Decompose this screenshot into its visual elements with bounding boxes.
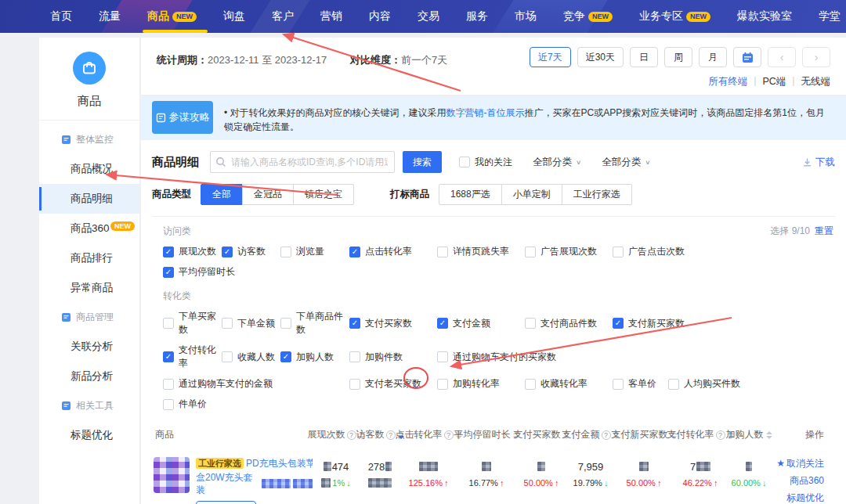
metric-checkbox[interactable]: 广告点击次数 xyxy=(613,245,685,258)
metric-checkbox[interactable]: 详情页跳失率 xyxy=(437,245,525,258)
next-period-button[interactable]: › xyxy=(802,47,830,67)
sidebar-item-new-product-analysis[interactable]: 新品分析 xyxy=(39,362,139,391)
col-new-pay-buyers[interactable]: 支付新买家数 xyxy=(615,428,673,441)
sidebar-item-product-360[interactable]: 商品360NEW xyxy=(39,214,139,243)
strategy-tag-button[interactable]: 参谋攻略 xyxy=(152,101,213,134)
col-visitors[interactable]: 访客数? xyxy=(360,428,400,441)
search-button[interactable]: 搜索 xyxy=(403,151,442,173)
metric-checkbox[interactable]: 下单买家数 xyxy=(163,310,222,337)
metric-checkbox[interactable]: 通过购物车支付的买家数 xyxy=(437,351,556,364)
nav-item-home[interactable]: 首页 xyxy=(50,0,72,33)
col-avg-stay[interactable]: 平均停留时长 xyxy=(457,428,516,441)
nav-item-customer[interactable]: 客户 xyxy=(272,0,294,33)
terminal-all[interactable]: 所有终端 xyxy=(708,75,747,88)
metric-checkbox[interactable]: 展现次数 xyxy=(163,245,222,258)
col-pay-rate[interactable]: 支付转化率? xyxy=(673,428,728,441)
help-icon[interactable]: ? xyxy=(386,430,396,440)
calendar-button[interactable] xyxy=(733,47,761,67)
metric-checkbox[interactable]: 加购人数 xyxy=(280,351,349,364)
prev-period-button[interactable]: ‹ xyxy=(768,47,796,67)
col-impressions[interactable]: 展现次数? xyxy=(313,428,360,441)
metric-checkbox[interactable]: 支付金额 xyxy=(437,317,525,330)
sidebar-group-related-tools[interactable]: 相关工具 xyxy=(39,391,139,420)
unfollow-link[interactable]: ★取消关注 xyxy=(776,457,824,470)
sidebar-item-product-detail[interactable]: 商品明细 xyxy=(39,184,139,214)
nav-item-hot-lab[interactable]: 爆款实验室 xyxy=(737,0,792,33)
metric-checkbox[interactable]: 通过购物车支付的金额 xyxy=(163,377,349,391)
metric-checkbox[interactable]: 支付新买家数 xyxy=(613,317,685,330)
nav-item-competition[interactable]: 竞争NEW xyxy=(563,0,613,33)
col-cart-adds[interactable]: 加购人数 xyxy=(728,428,770,441)
download-link[interactable]: 下载 xyxy=(802,156,835,169)
nav-item-trade[interactable]: 交易 xyxy=(418,0,439,33)
metric-checkbox[interactable]: 下单金额 xyxy=(222,317,280,330)
product-title-link[interactable]: PD充电头包装苹果PD线包装 xyxy=(246,458,313,469)
digital-marketing-link[interactable]: 数字营销-首位展示 xyxy=(446,107,525,118)
sidebar-item-abnormal-product[interactable]: 异常商品 xyxy=(39,273,139,303)
terminal-pc[interactable]: PC端 xyxy=(762,75,786,88)
product-image[interactable] xyxy=(154,457,190,493)
metric-checkbox[interactable]: 加购转化率 xyxy=(437,377,525,391)
metric-checkbox[interactable]: 下单商品件数 xyxy=(280,310,349,337)
nav-item-service[interactable]: 服务 xyxy=(466,0,488,33)
product-360-link[interactable]: 商品360 xyxy=(790,474,824,488)
metric-checkbox[interactable]: 广告展现次数 xyxy=(525,245,613,258)
type-gold-crown-button[interactable]: 金冠品 xyxy=(242,184,294,205)
type-all-button[interactable]: 全部 xyxy=(201,184,243,205)
product-detail-panel: 商品明细 搜索 我的关注 全部分类 ∨ xyxy=(141,140,846,504)
category-select-1[interactable]: 全部分类 ∨ xyxy=(533,156,581,169)
nav-item-business-zone[interactable]: 业务专区NEW xyxy=(639,0,710,33)
tag-1688-select-button[interactable]: 1688严选 xyxy=(439,184,502,205)
nav-item-marketing[interactable]: 营销 xyxy=(320,0,342,33)
compare-dim-value: 前一个7天 xyxy=(401,54,447,66)
metric-checkbox[interactable]: 收藏人数 xyxy=(222,351,280,364)
range-30d-button[interactable]: 近30天 xyxy=(577,47,624,67)
col-pay-buyers[interactable]: 支付买家数 xyxy=(516,428,566,441)
nav-item-academy[interactable]: 学堂 xyxy=(819,0,841,33)
nav-item-inquiry[interactable]: 询盘 xyxy=(223,0,245,33)
nav-item-product[interactable]: 商品NEW xyxy=(147,0,197,33)
help-icon[interactable]: ? xyxy=(444,430,454,440)
metric-checkbox[interactable]: 访客数 xyxy=(222,245,280,258)
title-optimize-link[interactable]: 标题优化 xyxy=(786,491,824,504)
metric-checkbox[interactable]: 支付转化率 xyxy=(163,344,222,370)
boost-rank-button[interactable]: 提升排名 xyxy=(196,501,256,504)
col-pay-amount[interactable]: 支付金额? xyxy=(566,428,615,441)
range-month-button[interactable]: 月 xyxy=(699,47,727,67)
tag-industry-expert-button[interactable]: 工业行家选 xyxy=(562,184,632,205)
metric-checkbox[interactable]: 件单价 xyxy=(163,398,207,411)
metric-checkbox[interactable]: 点击转化率 xyxy=(349,245,437,258)
my-follow-checkbox[interactable]: 我的关注 xyxy=(459,156,512,169)
sidebar-item-relation-analysis[interactable]: 关联分析 xyxy=(39,332,139,362)
range-day-button[interactable]: 日 xyxy=(630,47,658,67)
tag-small-order-button[interactable]: 小单定制 xyxy=(501,184,562,205)
search-input[interactable] xyxy=(210,151,395,173)
type-shop-treasure-button[interactable]: 镇店之宝 xyxy=(293,184,354,205)
metric-checkbox[interactable]: 加购件数 xyxy=(349,351,437,364)
sidebar-item-title-optimize[interactable]: 标题优化 xyxy=(39,420,139,450)
help-icon[interactable]: ? xyxy=(716,430,725,440)
range-7d-button[interactable]: 近7天 xyxy=(530,47,571,67)
metric-checkbox[interactable]: 支付商品件数 xyxy=(525,317,613,330)
metric-checkbox[interactable]: 客单价 xyxy=(613,377,668,391)
metric-checkbox[interactable]: 人均购买件数 xyxy=(668,377,740,391)
sidebar-group-product-manage[interactable]: 商品管理 xyxy=(39,303,139,332)
category-select-2[interactable]: 全部分类 ∨ xyxy=(602,156,650,169)
metric-checkbox[interactable]: 平均停留时长 xyxy=(163,265,235,279)
nav-item-market[interactable]: 市场 xyxy=(515,0,537,33)
sidebar-item-product-overview[interactable]: 商品概况 xyxy=(39,154,139,184)
sidebar-group-overall-monitor[interactable]: 整体监控 xyxy=(39,125,139,154)
metric-checkbox[interactable]: 支付买家数 xyxy=(349,317,437,330)
col-click-rate[interactable]: 点击转化率? xyxy=(400,428,457,441)
metric-checkbox[interactable]: 收藏转化率 xyxy=(525,377,613,391)
reset-link[interactable]: 重置 xyxy=(815,225,833,236)
nav-item-content[interactable]: 内容 xyxy=(369,0,391,33)
metric-checkbox[interactable]: 支付老买家数 xyxy=(349,377,437,391)
range-week-button[interactable]: 周 xyxy=(664,47,692,67)
nav-item-traffic[interactable]: 流量 xyxy=(99,0,121,33)
help-icon[interactable]: ? xyxy=(347,430,356,440)
sidebar-item-product-ranking[interactable]: 商品排行 xyxy=(39,243,139,273)
help-icon[interactable]: ? xyxy=(602,430,611,440)
terminal-wireless[interactable]: 无线端 xyxy=(801,75,831,88)
metric-checkbox[interactable]: 浏览量 xyxy=(280,245,349,258)
